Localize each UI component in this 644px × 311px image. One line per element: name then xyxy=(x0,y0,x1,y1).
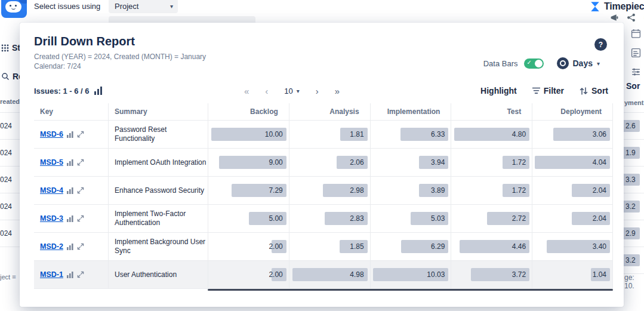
app-logo-tile[interactable] xyxy=(1,0,27,18)
share-icon[interactable] xyxy=(627,13,636,22)
table-row-msd-2: MSD-2Implement Background User Sync2.001… xyxy=(34,233,613,261)
modal-controls: Data Bars ✓ Days ▾ xyxy=(483,57,600,69)
value-label: 2.04 xyxy=(593,186,606,195)
pagination-first-button[interactable]: « xyxy=(244,87,249,96)
value-label: 4.98 xyxy=(350,270,363,279)
bg-table-row: 3.3 xyxy=(624,167,644,193)
issue-key-link[interactable]: MSD-3 xyxy=(40,214,63,223)
row-chart-icon[interactable] xyxy=(67,215,73,222)
table-actions: Highlight Filter Sort xyxy=(480,82,608,99)
bg-table-row: 024 xyxy=(0,113,20,140)
value-label: 4.04 xyxy=(593,158,606,167)
issues-count-group: Issues: 1 - 6 / 6 xyxy=(34,82,103,99)
megaphone-icon[interactable] xyxy=(610,13,619,22)
help-button[interactable]: ? xyxy=(594,38,607,51)
value-label: 9.00 xyxy=(269,158,282,167)
row-expand-icon[interactable] xyxy=(77,215,84,222)
pagination-prev-button[interactable]: ‹ xyxy=(265,87,268,96)
bg-value-label: 2.6 xyxy=(624,122,636,130)
value-cell: 5.00 xyxy=(208,205,289,232)
mascot-icon xyxy=(5,1,21,13)
pagination-last-button[interactable]: » xyxy=(335,87,340,96)
row-chart-icon[interactable] xyxy=(67,272,73,278)
value-label: 2.00 xyxy=(269,242,282,251)
value-cell: 2.98 xyxy=(289,177,370,204)
value-cell: 10.03 xyxy=(370,261,451,288)
bg-table-row: 024 xyxy=(0,167,20,193)
issue-key-link[interactable]: MSD-6 xyxy=(40,130,63,138)
row-chart-icon[interactable] xyxy=(67,131,73,138)
bg-value-label: 3.2 xyxy=(624,256,636,264)
value-cell: 2.00 xyxy=(208,233,289,260)
row-expand-icon[interactable] xyxy=(77,131,84,138)
screen: Select issues using Project ▾ Timepiece … xyxy=(0,0,644,311)
highlight-button[interactable]: Highlight xyxy=(480,86,517,96)
value-label: 7.29 xyxy=(269,186,282,195)
row-expand-icon[interactable] xyxy=(77,159,84,166)
page-size-select[interactable]: 10 ▾ xyxy=(284,87,300,96)
chart-icon[interactable] xyxy=(631,48,641,58)
row-chart-icon[interactable] xyxy=(67,187,73,194)
project-dropdown[interactable]: Project ▾ xyxy=(109,0,178,13)
row-expand-icon[interactable] xyxy=(77,243,84,250)
value-cell: 3.06 xyxy=(532,121,613,148)
bg-right-footer: ge: 10. xyxy=(624,273,644,290)
table-row-msd-5: MSD-5Implement OAuth Integration9.002.06… xyxy=(34,149,613,177)
value-cell: 4.98 xyxy=(289,261,370,288)
filter-button[interactable]: Filter xyxy=(532,86,564,96)
column-header-key: Key xyxy=(34,103,108,120)
unit-selector[interactable]: Days ▾ xyxy=(557,57,600,69)
value-label: 10.00 xyxy=(265,130,283,138)
value-cell: 2.04 xyxy=(532,177,613,204)
unit-target-icon xyxy=(557,57,569,69)
issue-key-link[interactable]: MSD-5 xyxy=(40,158,63,167)
issue-key-link[interactable]: MSD-1 xyxy=(40,270,63,279)
row-expand-icon[interactable] xyxy=(77,271,84,278)
bg-left-table-rows: 024024024024024 xyxy=(0,112,20,247)
bg-value-label: 2.9 xyxy=(624,229,636,238)
filter-icon xyxy=(532,87,540,94)
value-label: 1.72 xyxy=(512,186,526,195)
issues-chart-icon[interactable] xyxy=(94,87,103,95)
bg-table-row: 024 xyxy=(0,220,20,247)
sidebar-item-st[interactable]: St xyxy=(1,43,20,53)
pagination: « ‹ 10 ▾ › » xyxy=(244,82,340,99)
value-cell: 4.80 xyxy=(451,121,532,148)
value-label: 4.46 xyxy=(512,242,526,251)
issue-key-link[interactable]: MSD-4 xyxy=(40,186,63,195)
value-cell: 2.72 xyxy=(451,205,532,232)
timepiece-logo-text: Timepiece xyxy=(604,1,644,12)
value-cell: 2.00 xyxy=(208,261,289,288)
table-row-msd-1: MSD-1User Authentication2.004.9810.033.7… xyxy=(34,261,613,289)
value-cell: 1.72 xyxy=(451,149,532,176)
value-label: 3.94 xyxy=(431,158,445,167)
summary-cell: User Authentication xyxy=(108,261,208,288)
value-cell: 1.85 xyxy=(289,233,370,260)
value-cell: 1.04 xyxy=(532,261,613,288)
timepiece-logo[interactable]: Timepiece xyxy=(590,1,644,12)
row-chart-icon[interactable] xyxy=(67,159,73,166)
value-label: 1.72 xyxy=(512,158,526,167)
sliders-icon[interactable] xyxy=(631,67,641,77)
value-label: 1.04 xyxy=(593,270,606,279)
value-cell: 6.29 xyxy=(370,233,451,260)
calendar-icon[interactable] xyxy=(631,29,641,39)
data-bars-toggle[interactable]: ✓ xyxy=(524,58,544,69)
table-body: MSD-6Password Reset Functionality10.001.… xyxy=(34,121,613,289)
summary-cell: Password Reset Functionality xyxy=(108,121,208,148)
horizontal-scrollbar[interactable] xyxy=(208,289,613,291)
key-cell: MSD-4 xyxy=(34,177,108,204)
sort-button[interactable]: Sort xyxy=(580,86,608,96)
issue-key-link[interactable]: MSD-2 xyxy=(40,242,63,251)
value-cell: 2.04 xyxy=(532,205,613,232)
bg-table-row: 3.2 xyxy=(624,247,644,274)
column-header-deployment: Deployment xyxy=(532,103,613,120)
sidebar-item-label: St xyxy=(12,43,20,53)
summary-cell: Implement Background User Sync xyxy=(108,233,208,260)
pagination-next-button[interactable]: › xyxy=(316,87,319,96)
row-expand-icon[interactable] xyxy=(77,187,84,194)
table-row-msd-6: MSD-6Password Reset Functionality10.001.… xyxy=(34,121,613,149)
value-label: 3.40 xyxy=(593,242,606,251)
row-chart-icon[interactable] xyxy=(67,244,73,250)
value-cell: 3.94 xyxy=(370,149,451,176)
